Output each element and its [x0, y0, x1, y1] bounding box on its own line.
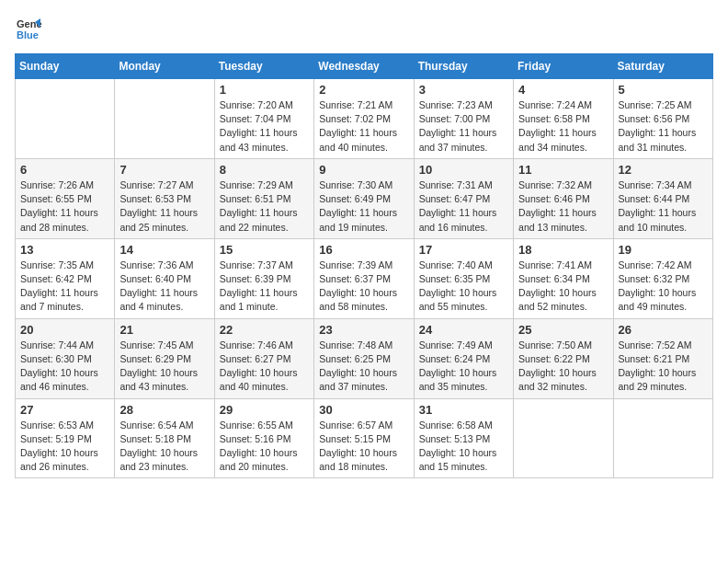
calendar-cell: 2Sunrise: 7:21 AM Sunset: 7:02 PM Daylig…	[314, 79, 414, 159]
svg-text:Blue: Blue	[17, 29, 39, 40]
calendar-cell: 16Sunrise: 7:39 AM Sunset: 6:37 PM Dayli…	[314, 238, 414, 318]
weekday-header-thursday: Thursday	[414, 54, 513, 79]
day-number: 12	[619, 163, 708, 177]
calendar-cell: 8Sunrise: 7:29 AM Sunset: 6:51 PM Daylig…	[214, 158, 313, 238]
logo: General Blue	[15, 15, 42, 42]
calendar-cell: 27Sunrise: 6:53 AM Sunset: 5:19 PM Dayli…	[16, 398, 115, 478]
day-info: Sunrise: 7:26 AM Sunset: 6:55 PM Dayligh…	[20, 178, 109, 235]
day-info: Sunrise: 6:54 AM Sunset: 5:18 PM Dayligh…	[119, 419, 209, 475]
day-info: Sunrise: 6:55 AM Sunset: 5:16 PM Dayligh…	[220, 419, 309, 475]
weekday-header-wednesday: Wednesday	[314, 54, 414, 79]
calendar-cell: 9Sunrise: 7:30 AM Sunset: 6:49 PM Daylig…	[314, 158, 414, 238]
calendar-cell: 29Sunrise: 6:55 AM Sunset: 5:16 PM Dayli…	[214, 398, 313, 478]
day-number: 15	[220, 243, 309, 257]
day-number: 4	[518, 83, 608, 97]
day-number: 21	[119, 323, 209, 337]
day-info: Sunrise: 6:53 AM Sunset: 5:19 PM Dayligh…	[20, 419, 109, 475]
day-info: Sunrise: 7:32 AM Sunset: 6:46 PM Dayligh…	[518, 178, 608, 235]
day-number: 24	[419, 323, 508, 337]
calendar-cell: 26Sunrise: 7:52 AM Sunset: 6:21 PM Dayli…	[613, 318, 712, 398]
day-number: 5	[619, 83, 708, 97]
day-info: Sunrise: 7:50 AM Sunset: 6:22 PM Dayligh…	[518, 339, 608, 395]
calendar-cell: 11Sunrise: 7:32 AM Sunset: 6:46 PM Dayli…	[514, 158, 613, 238]
calendar-cell: 20Sunrise: 7:44 AM Sunset: 6:30 PM Dayli…	[16, 318, 115, 398]
calendar-cell: 19Sunrise: 7:42 AM Sunset: 6:32 PM Dayli…	[613, 238, 712, 318]
day-number: 31	[419, 403, 508, 417]
calendar-cell: 17Sunrise: 7:40 AM Sunset: 6:35 PM Dayli…	[414, 238, 513, 318]
calendar-cell: 10Sunrise: 7:31 AM Sunset: 6:47 PM Dayli…	[414, 158, 513, 238]
day-info: Sunrise: 7:46 AM Sunset: 6:27 PM Dayligh…	[220, 339, 309, 395]
calendar-cell: 5Sunrise: 7:25 AM Sunset: 6:56 PM Daylig…	[613, 79, 712, 159]
logo-icon: General Blue	[15, 15, 42, 42]
calendar-cell: 13Sunrise: 7:35 AM Sunset: 6:42 PM Dayli…	[16, 238, 115, 318]
day-info: Sunrise: 7:23 AM Sunset: 7:00 PM Dayligh…	[419, 98, 508, 155]
day-info: Sunrise: 7:30 AM Sunset: 6:49 PM Dayligh…	[319, 178, 408, 235]
calendar-cell: 15Sunrise: 7:37 AM Sunset: 6:39 PM Dayli…	[214, 238, 313, 318]
calendar-cell	[16, 79, 115, 159]
day-info: Sunrise: 7:35 AM Sunset: 6:42 PM Dayligh…	[20, 259, 109, 315]
page-header: General Blue	[15, 15, 713, 42]
calendar-cell: 23Sunrise: 7:48 AM Sunset: 6:25 PM Dayli…	[314, 318, 414, 398]
day-info: Sunrise: 7:39 AM Sunset: 6:37 PM Dayligh…	[319, 259, 408, 315]
day-info: Sunrise: 7:31 AM Sunset: 6:47 PM Dayligh…	[419, 178, 508, 235]
day-info: Sunrise: 7:45 AM Sunset: 6:29 PM Dayligh…	[119, 339, 209, 395]
day-number: 20	[20, 323, 109, 337]
calendar-cell: 21Sunrise: 7:45 AM Sunset: 6:29 PM Dayli…	[115, 318, 214, 398]
calendar-cell	[514, 398, 613, 478]
day-info: Sunrise: 7:37 AM Sunset: 6:39 PM Dayligh…	[220, 259, 309, 315]
calendar-cell: 25Sunrise: 7:50 AM Sunset: 6:22 PM Dayli…	[514, 318, 613, 398]
calendar-cell: 7Sunrise: 7:27 AM Sunset: 6:53 PM Daylig…	[115, 158, 214, 238]
day-number: 23	[319, 323, 408, 337]
calendar-cell: 31Sunrise: 6:58 AM Sunset: 5:13 PM Dayli…	[414, 398, 513, 478]
calendar-cell: 22Sunrise: 7:46 AM Sunset: 6:27 PM Dayli…	[214, 318, 313, 398]
day-info: Sunrise: 7:27 AM Sunset: 6:53 PM Dayligh…	[119, 178, 209, 235]
day-number: 28	[119, 403, 209, 417]
day-info: Sunrise: 7:41 AM Sunset: 6:34 PM Dayligh…	[518, 259, 608, 315]
day-number: 2	[319, 83, 408, 97]
calendar-cell: 1Sunrise: 7:20 AM Sunset: 7:04 PM Daylig…	[214, 79, 313, 159]
day-info: Sunrise: 7:36 AM Sunset: 6:40 PM Dayligh…	[119, 259, 209, 315]
day-info: Sunrise: 7:44 AM Sunset: 6:30 PM Dayligh…	[20, 339, 109, 395]
day-info: Sunrise: 7:20 AM Sunset: 7:04 PM Dayligh…	[220, 98, 309, 155]
day-number: 22	[220, 323, 309, 337]
day-number: 6	[20, 163, 109, 177]
weekday-header-tuesday: Tuesday	[214, 54, 313, 79]
calendar-cell: 6Sunrise: 7:26 AM Sunset: 6:55 PM Daylig…	[16, 158, 115, 238]
day-info: Sunrise: 7:42 AM Sunset: 6:32 PM Dayligh…	[619, 259, 708, 315]
calendar-cell: 12Sunrise: 7:34 AM Sunset: 6:44 PM Dayli…	[613, 158, 712, 238]
weekday-header-saturday: Saturday	[613, 54, 712, 79]
day-number: 10	[419, 163, 508, 177]
day-number: 13	[20, 243, 109, 257]
day-number: 18	[518, 243, 608, 257]
day-info: Sunrise: 6:58 AM Sunset: 5:13 PM Dayligh…	[419, 419, 508, 475]
day-number: 16	[319, 243, 408, 257]
day-number: 29	[220, 403, 309, 417]
day-info: Sunrise: 7:21 AM Sunset: 7:02 PM Dayligh…	[319, 98, 408, 155]
calendar-table: SundayMondayTuesdayWednesdayThursdayFrid…	[15, 53, 713, 478]
day-number: 9	[319, 163, 408, 177]
day-number: 14	[119, 243, 209, 257]
weekday-header-monday: Monday	[115, 54, 214, 79]
day-number: 1	[220, 83, 309, 97]
day-info: Sunrise: 7:34 AM Sunset: 6:44 PM Dayligh…	[619, 178, 708, 235]
calendar-cell: 28Sunrise: 6:54 AM Sunset: 5:18 PM Dayli…	[115, 398, 214, 478]
day-number: 17	[419, 243, 508, 257]
day-number: 25	[518, 323, 608, 337]
calendar-cell: 18Sunrise: 7:41 AM Sunset: 6:34 PM Dayli…	[514, 238, 613, 318]
calendar-cell: 30Sunrise: 6:57 AM Sunset: 5:15 PM Dayli…	[314, 398, 414, 478]
calendar-cell: 24Sunrise: 7:49 AM Sunset: 6:24 PM Dayli…	[414, 318, 513, 398]
day-number: 27	[20, 403, 109, 417]
calendar-cell: 3Sunrise: 7:23 AM Sunset: 7:00 PM Daylig…	[414, 79, 513, 159]
day-number: 30	[319, 403, 408, 417]
day-number: 7	[119, 163, 209, 177]
calendar-cell	[115, 79, 214, 159]
day-info: Sunrise: 7:48 AM Sunset: 6:25 PM Dayligh…	[319, 339, 408, 395]
day-number: 8	[220, 163, 309, 177]
weekday-header-friday: Friday	[514, 54, 613, 79]
day-number: 26	[619, 323, 708, 337]
day-number: 3	[419, 83, 508, 97]
day-number: 19	[619, 243, 708, 257]
day-info: Sunrise: 7:49 AM Sunset: 6:24 PM Dayligh…	[419, 339, 508, 395]
day-info: Sunrise: 7:40 AM Sunset: 6:35 PM Dayligh…	[419, 259, 508, 315]
day-info: Sunrise: 7:24 AM Sunset: 6:58 PM Dayligh…	[518, 98, 608, 155]
